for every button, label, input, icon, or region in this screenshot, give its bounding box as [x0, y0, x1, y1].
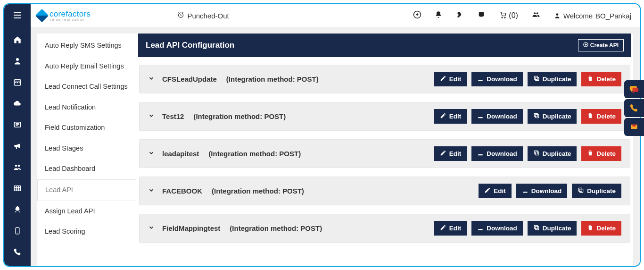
settings-sidemenu: Auto Reply SMS SettingsAuto Reply Email …	[37, 34, 136, 266]
download-button[interactable]: Download	[471, 109, 523, 124]
duplicate-icon	[533, 150, 540, 158]
download-icon	[522, 187, 528, 195]
brand-tagline: value realization	[50, 18, 91, 22]
download-icon	[477, 224, 484, 232]
edit-button[interactable]: Edit	[434, 221, 467, 236]
float-chat[interactable]	[624, 80, 644, 98]
people-icon[interactable]	[531, 11, 541, 20]
sidemenu-item-5[interactable]: Lead Stages	[37, 138, 136, 159]
sidemenu-item-2[interactable]: Lead Connect Call Settings	[37, 76, 136, 97]
punch-status[interactable]: Punched-Out	[177, 11, 229, 20]
cloud-icon[interactable]	[12, 99, 23, 110]
expand-toggle[interactable]	[148, 112, 155, 120]
phone-icon[interactable]	[12, 248, 23, 259]
svg-rect-34	[580, 189, 583, 193]
punch-label: Punched-Out	[187, 12, 229, 20]
avatar-icon	[554, 12, 561, 19]
download-button[interactable]: Download	[471, 221, 523, 236]
svg-rect-29	[534, 76, 537, 79]
svg-rect-1	[14, 15, 21, 16]
expand-toggle[interactable]	[148, 150, 155, 158]
page-title: Lead API Configuration	[146, 41, 234, 50]
rocket-icon[interactable]	[12, 205, 23, 216]
api-card-1: Test12(Integration method: POST)EditDown…	[139, 102, 630, 131]
delete-label: Delete	[596, 225, 616, 232]
nav-rail	[4, 27, 31, 266]
coins-icon[interactable]	[477, 10, 486, 21]
duplicate-button[interactable]: Duplicate	[528, 146, 577, 161]
duplicate-button[interactable]: Duplicate	[528, 109, 577, 124]
brand-logo[interactable]: corefactors value realization	[31, 10, 97, 22]
download-button[interactable]: Download	[471, 146, 523, 161]
api-method: (Integration method: POST)	[208, 150, 301, 158]
svg-rect-31	[534, 113, 537, 117]
download-label: Download	[487, 225, 517, 232]
sidemenu-item-8[interactable]: Assign Lead API	[37, 201, 136, 222]
svg-rect-32	[535, 152, 538, 155]
calendar-icon[interactable]	[12, 78, 23, 89]
api-card-4: FieldMappingtest(Integration method: POS…	[139, 214, 630, 243]
float-mail[interactable]	[624, 118, 644, 136]
duplicate-button[interactable]: Duplicate	[528, 221, 577, 236]
download-button[interactable]: Download	[516, 184, 568, 198]
expand-toggle[interactable]	[148, 224, 155, 232]
svg-point-14	[18, 165, 20, 167]
key-icon[interactable]	[455, 10, 464, 21]
plus-icon	[583, 42, 588, 49]
api-method: (Integration method: POST)	[193, 112, 286, 120]
duplicate-button[interactable]: Duplicate	[528, 72, 577, 86]
table-icon[interactable]	[12, 184, 23, 195]
edit-button[interactable]: Edit	[479, 184, 512, 198]
delete-button[interactable]: Delete	[581, 146, 621, 161]
news-icon[interactable]	[12, 120, 23, 131]
api-card-header: Test12(Integration method: POST)EditDown…	[140, 102, 630, 130]
clock-icon	[177, 11, 184, 20]
api-method: (Integration method: POST)	[230, 224, 322, 232]
duplicate-icon	[533, 224, 540, 232]
delete-button[interactable]: Delete	[581, 109, 621, 124]
api-actions: EditDownloadDuplicateDelete	[434, 72, 621, 86]
api-name: leadapitest	[162, 150, 199, 158]
cart-icon	[499, 12, 507, 19]
duplicate-button[interactable]: Duplicate	[572, 184, 621, 198]
duplicate-label: Duplicate	[543, 225, 571, 232]
edit-label: Edit	[449, 113, 462, 120]
api-method: (Integration method: POST)	[226, 75, 319, 83]
create-api-button[interactable]: Create API	[578, 39, 624, 51]
delete-button[interactable]: Delete	[581, 221, 621, 236]
edit-icon	[440, 75, 446, 83]
edit-button[interactable]: Edit	[434, 146, 467, 161]
sidemenu-item-7[interactable]: Lead API	[37, 179, 136, 201]
home-icon[interactable]	[12, 35, 23, 46]
mobile-icon[interactable]	[12, 227, 23, 237]
topbar: corefactors value realization Punched-Ou…	[4, 4, 640, 27]
api-name: FieldMappingtest	[162, 224, 220, 232]
delete-label: Delete	[596, 113, 616, 120]
expand-toggle[interactable]	[148, 187, 155, 195]
bullhorn-icon[interactable]	[12, 142, 23, 152]
sidemenu-item-1[interactable]: Auto Reply Email Settings	[37, 56, 136, 77]
group-icon[interactable]	[12, 163, 23, 174]
menu-toggle[interactable]	[4, 4, 31, 27]
api-name: Test12	[162, 112, 184, 120]
sidemenu-item-3[interactable]: Lead Notification	[37, 97, 136, 118]
sidemenu-item-6[interactable]: Lead Dashboard	[37, 159, 136, 179]
float-call[interactable]	[624, 99, 644, 117]
svg-point-7	[16, 58, 19, 61]
edit-button[interactable]: Edit	[434, 109, 467, 124]
sidemenu-item-0[interactable]: Auto Reply SMS Settings	[37, 35, 136, 56]
sidemenu-item-9[interactable]: Lead Scoring	[37, 221, 136, 242]
api-method: (Integration method: POST)	[212, 187, 304, 195]
cart-link[interactable]: (0)	[499, 11, 518, 20]
edit-button[interactable]: Edit	[434, 72, 467, 86]
svg-rect-35	[579, 188, 582, 191]
delete-button[interactable]: Delete	[581, 72, 621, 86]
download-label: Download	[487, 150, 517, 157]
sidemenu-item-4[interactable]: Field Customization	[37, 118, 136, 138]
bell-icon[interactable]	[435, 10, 442, 21]
user-icon[interactable]	[12, 57, 23, 68]
welcome-link[interactable]: Welcome BO_Pankaj	[554, 12, 631, 20]
expand-toggle[interactable]	[148, 75, 155, 83]
download-button[interactable]: Download	[471, 72, 523, 86]
download-circle-icon[interactable]	[413, 10, 421, 21]
